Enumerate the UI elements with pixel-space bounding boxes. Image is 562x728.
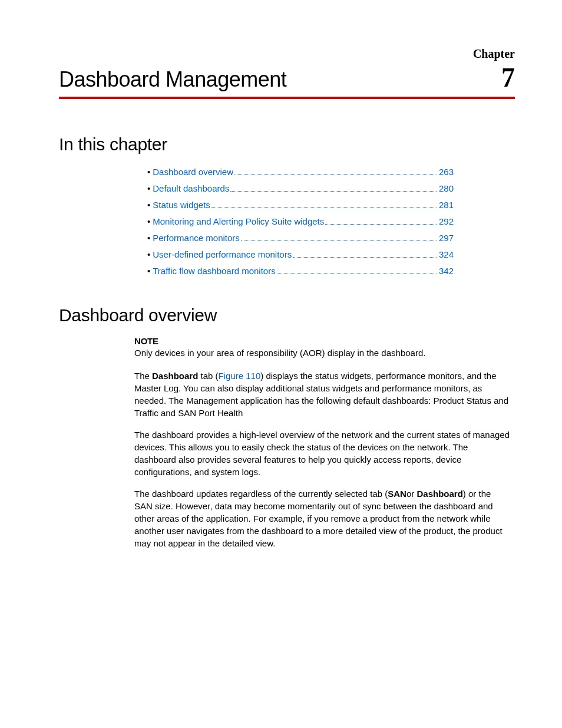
toc-page[interactable]: 342 [439,264,454,278]
bullet-icon: • [147,231,150,245]
toc-link[interactable]: User-defined performance monitors [153,248,292,262]
text: or [406,489,417,499]
section-dashboard-overview: Dashboard overview [59,305,515,325]
title-row: Dashboard Management 7 [59,64,515,92]
toc-link[interactable]: Status widgets [153,198,210,212]
toc-leader [241,241,437,241]
note-text: Only devices in your area of responsibil… [134,347,511,359]
toc-item: • Dashboard overview 263 [147,165,454,179]
text: tab ( [198,371,218,381]
toc-leader [277,274,437,274]
text: The [134,371,152,381]
bold-dashboard: Dashboard [416,489,462,499]
toc-item: • Traffic flow dashboard monitors 342 [147,264,454,278]
toc-page[interactable]: 324 [439,248,454,262]
toc-item: • Performance monitors 297 [147,231,454,245]
chapter-rule [59,97,515,99]
paragraph-1: The Dashboard tab (Figure 110) displays … [134,370,511,419]
chapter-label: Chapter [59,47,515,61]
bullet-icon: • [147,198,150,212]
paragraph-3: The dashboard updates regardless of the … [134,487,511,549]
chapter-title: Dashboard Management [59,67,286,92]
body-block: NOTE Only devices in your area of respon… [134,336,511,549]
toc-link[interactable]: Performance monitors [153,231,240,245]
bullet-icon: • [147,248,150,262]
toc-page[interactable]: 280 [439,182,454,196]
toc-leader [230,191,437,192]
section-in-this-chapter: In this chapter [59,134,515,154]
page: Chapter Dashboard Management 7 In this c… [0,0,562,728]
toc-link[interactable]: Traffic flow dashboard monitors [153,264,275,278]
toc-link[interactable]: Dashboard overview [153,165,233,179]
bullet-icon: • [147,264,150,278]
bold-san: SAN [388,489,406,499]
toc-item: • Monitoring and Alerting Policy Suite w… [147,215,454,229]
toc-page[interactable]: 263 [439,165,454,179]
bold-dashboard: Dashboard [152,371,198,381]
toc-link[interactable]: Default dashboards [153,182,229,196]
toc-leader [211,207,437,208]
toc-item: • Status widgets 281 [147,198,454,212]
figure-link[interactable]: Figure 110 [219,371,261,381]
bullet-icon: • [147,215,150,229]
toc-link[interactable]: Monitoring and Alerting Policy Suite wid… [153,215,324,229]
text: The dashboard updates regardless of the … [134,489,388,499]
paragraph-2: The dashboard provides a high-level over… [134,429,511,478]
toc-page[interactable]: 281 [439,198,454,212]
toc-page[interactable]: 292 [439,215,454,229]
toc-page[interactable]: 297 [439,231,454,245]
note-label: NOTE [134,336,511,346]
chapter-number: 7 [501,64,515,91]
bullet-icon: • [147,182,150,196]
toc-leader [325,224,437,225]
toc-list: • Dashboard overview 263 • Default dashb… [147,165,454,278]
toc-leader [293,257,437,258]
toc-item: • User-defined performance monitors 324 [147,248,454,262]
toc-leader [234,174,437,175]
toc-item: • Default dashboards 280 [147,182,454,196]
bullet-icon: • [147,165,150,179]
